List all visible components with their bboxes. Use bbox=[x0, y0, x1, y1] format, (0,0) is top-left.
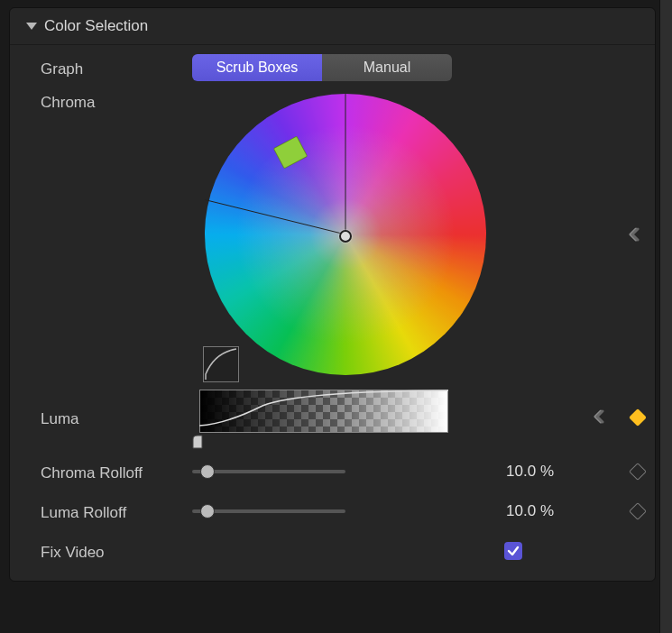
luma-rolloff-slider[interactable] bbox=[192, 502, 345, 520]
chroma-rolloff-row: Chroma Rolloff 10.0 % bbox=[41, 454, 644, 489]
section-header[interactable]: Color Selection bbox=[10, 8, 655, 45]
luma-rolloff-value-field[interactable]: 10.0 % bbox=[473, 502, 554, 520]
luma-keyframe-button[interactable] bbox=[629, 408, 647, 427]
chroma-wheel[interactable] bbox=[192, 92, 499, 381]
luma-label: Luma bbox=[41, 407, 183, 428]
luma-rolloff-keyframe-button[interactable] bbox=[629, 502, 647, 520]
chroma-label: Chroma bbox=[41, 90, 183, 112]
luma-gradient-control[interactable] bbox=[192, 386, 454, 449]
adjacent-panel-edge bbox=[659, 0, 672, 633]
fix-video-label: Fix Video bbox=[41, 540, 183, 562]
chroma-rolloff-slider[interactable] bbox=[192, 463, 345, 481]
seg-scrub-boxes[interactable]: Scrub Boxes bbox=[192, 54, 322, 81]
seg-manual[interactable]: Manual bbox=[322, 54, 452, 81]
chroma-rolloff-label: Chroma Rolloff bbox=[41, 461, 183, 482]
chroma-rolloff-value-field[interactable]: 10.0 % bbox=[473, 463, 554, 481]
color-selection-panel: Color Selection Graph Scrub Boxes Manual… bbox=[9, 7, 656, 582]
fix-video-row: Fix Video bbox=[41, 534, 644, 568]
graph-row: Graph Scrub Boxes Manual bbox=[41, 50, 644, 85]
luma-reset-button[interactable] bbox=[594, 409, 613, 426]
luma-rolloff-row: Luma Rolloff 10.0 % bbox=[41, 494, 644, 528]
graph-label: Graph bbox=[41, 57, 183, 78]
luma-row: Luma bbox=[41, 386, 644, 449]
section-title: Color Selection bbox=[44, 17, 148, 35]
graph-mode-segmented: Scrub Boxes Manual bbox=[192, 54, 452, 81]
chroma-reset-button[interactable] bbox=[629, 227, 649, 243]
luma-range-handle[interactable] bbox=[192, 435, 203, 449]
chroma-rolloff-keyframe-button[interactable] bbox=[629, 463, 647, 481]
chroma-row: Chroma bbox=[41, 90, 644, 381]
chroma-center-handle[interactable] bbox=[339, 230, 352, 243]
chroma-falloff-curve-icon[interactable] bbox=[203, 346, 239, 382]
fix-video-checkbox[interactable] bbox=[504, 542, 522, 560]
luma-rolloff-label: Luma Rolloff bbox=[41, 500, 183, 522]
disclosure-triangle-icon[interactable] bbox=[26, 23, 37, 30]
